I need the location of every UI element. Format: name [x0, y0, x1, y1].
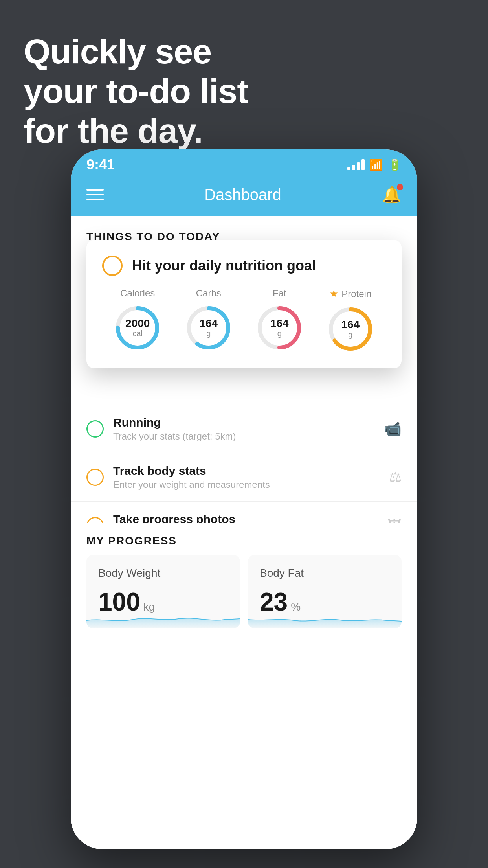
calories-donut: 2000 cal	[114, 304, 161, 351]
headline-line1: Quickly see	[24, 31, 248, 71]
hamburger-menu[interactable]	[86, 189, 104, 200]
fat-unit: g	[270, 329, 289, 338]
card-title: Hit your daily nutrition goal	[132, 257, 316, 274]
calories-label: Calories	[120, 288, 155, 299]
body-weight-card[interactable]: Body Weight 100 kg	[86, 555, 240, 628]
todo-item-body-stats[interactable]: Track body stats Enter your weight and m…	[71, 453, 417, 502]
fat-label: Fat	[273, 288, 286, 299]
protein-donut: 164 g	[327, 305, 374, 353]
carbs-unit: g	[199, 329, 218, 338]
todo-subtitle-running: Track your stats (target: 5km)	[113, 431, 374, 442]
nutrition-calories: Calories 2000 cal	[114, 288, 161, 351]
check-circle[interactable]	[102, 256, 123, 276]
body-fat-title: Body Fat	[260, 567, 390, 579]
progress-section: MY PROGRESS Body Weight 100 kg	[71, 523, 417, 640]
todo-title-running: Running	[113, 416, 374, 429]
headline-line3: for the day.	[24, 111, 248, 151]
body-fat-chart	[248, 605, 402, 628]
progress-heading: MY PROGRESS	[71, 523, 417, 555]
todo-subtitle-body-stats: Enter your weight and measurements	[113, 479, 380, 490]
card-header: Hit your daily nutrition goal	[102, 256, 386, 276]
status-time: 9:41	[86, 156, 115, 173]
body-weight-chart	[86, 605, 240, 628]
scale-icon: ⚖	[389, 469, 402, 485]
todo-title-body-stats: Track body stats	[113, 464, 380, 478]
todo-text-body-stats: Track body stats Enter your weight and m…	[113, 464, 380, 490]
star-icon: ★	[329, 288, 338, 300]
status-bar: 9:41 📶 🔋	[71, 149, 417, 177]
todo-circle-body-stats	[86, 469, 104, 486]
calories-value: 2000	[125, 318, 150, 329]
wifi-icon: 📶	[369, 158, 383, 171]
nutrition-carbs: Carbs 164 g	[185, 288, 232, 351]
calories-unit: cal	[125, 329, 150, 338]
carbs-label: Carbs	[196, 288, 221, 299]
notification-dot	[397, 184, 403, 190]
fat-donut: 164 g	[256, 304, 303, 351]
running-icon: 📹	[384, 421, 402, 437]
protein-value: 164	[341, 319, 360, 330]
todo-item-running[interactable]: Running Track your stats (target: 5km) 📹	[71, 405, 417, 453]
nutrition-row: Calories 2000 cal Carbs	[102, 288, 386, 353]
protein-unit: g	[341, 330, 360, 339]
body-fat-card[interactable]: Body Fat 23 %	[248, 555, 402, 628]
headline-line2: your to-do list	[24, 71, 248, 111]
progress-cards: Body Weight 100 kg	[71, 555, 417, 640]
nutrition-card: Hit your daily nutrition goal Calories 2…	[86, 240, 402, 368]
carbs-value: 164	[199, 318, 218, 329]
protein-label: ★ Protein	[329, 288, 371, 300]
body-weight-title: Body Weight	[98, 567, 228, 579]
status-icons: 📶 🔋	[347, 158, 402, 171]
nutrition-fat: Fat 164 g	[256, 288, 303, 351]
app-header: Dashboard 🔔	[71, 177, 417, 216]
headline: Quickly see your to-do list for the day.	[24, 31, 248, 151]
header-title: Dashboard	[204, 186, 281, 204]
nutrition-protein: ★ Protein 164 g	[327, 288, 374, 353]
todo-text-running: Running Track your stats (target: 5km)	[113, 416, 374, 442]
carbs-donut: 164 g	[185, 304, 232, 351]
todo-circle-running	[86, 420, 104, 438]
phone-mockup: 9:41 📶 🔋 Dashboard 🔔 THINGS TO DO TODAY	[71, 149, 417, 849]
bell-icon[interactable]: 🔔	[382, 186, 402, 204]
fat-value: 164	[270, 318, 289, 329]
content-area: THINGS TO DO TODAY Hit your daily nutrit…	[71, 216, 417, 849]
battery-icon: 🔋	[388, 158, 402, 171]
signal-icon	[347, 159, 365, 170]
